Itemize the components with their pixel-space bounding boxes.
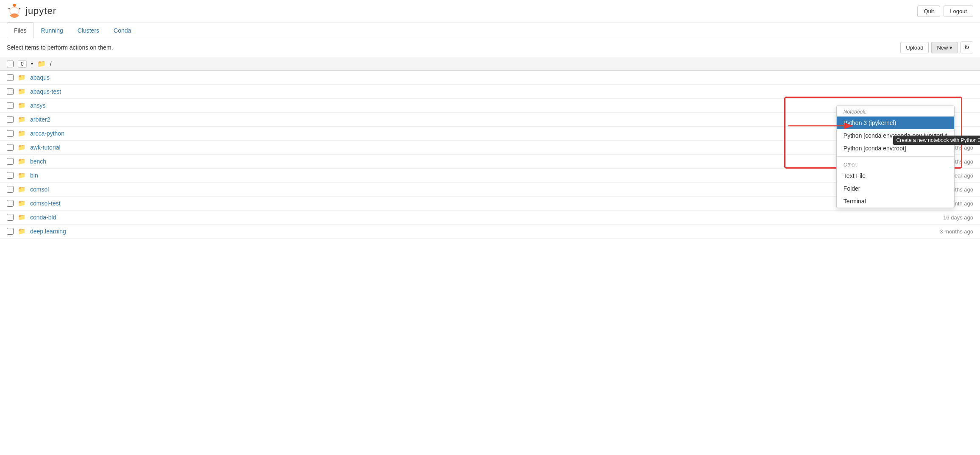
- file-checkbox[interactable]: [7, 186, 14, 193]
- new-button[interactable]: New ▾: [931, 42, 958, 53]
- tab-running[interactable]: Running: [34, 22, 70, 38]
- file-link[interactable]: deep.learning: [30, 228, 918, 235]
- file-checkbox[interactable]: [7, 144, 14, 151]
- terminal-item[interactable]: Terminal: [837, 195, 954, 208]
- file-checkbox[interactable]: [7, 200, 14, 207]
- table-row: 📁 ansys: [0, 99, 980, 113]
- file-checkbox[interactable]: [7, 116, 14, 123]
- other-section-label: Other:: [837, 158, 954, 169]
- upload-button[interactable]: Upload: [900, 42, 929, 53]
- file-link[interactable]: awk-tutorial: [30, 144, 918, 151]
- folder-icon: 📁: [18, 74, 26, 81]
- file-date: 3 months ago: [922, 228, 973, 235]
- action-buttons: Upload New ▾ ↻: [900, 42, 973, 53]
- tab-conda[interactable]: Conda: [106, 22, 138, 38]
- table-row: 📁 arcca-python: [0, 127, 980, 141]
- refresh-button[interactable]: ↻: [961, 42, 973, 53]
- table-row: 📁 awk-tutorial 3 months ago: [0, 141, 980, 155]
- file-checkbox[interactable]: [7, 228, 14, 235]
- file-link[interactable]: comsol-test: [30, 200, 918, 207]
- file-checkbox[interactable]: [7, 214, 14, 221]
- file-date: 16 days ago: [922, 214, 973, 221]
- table-row: 📁 bench 4 months ago: [0, 155, 980, 169]
- table-row: 📁 conda-bld 16 days ago: [0, 211, 980, 225]
- folder-icon: 📁: [18, 116, 26, 123]
- count-dropdown-arrow[interactable]: ▾: [31, 61, 33, 66]
- table-row: 📁 comsol-test a month ago: [0, 197, 980, 211]
- dropdown-divider: [837, 156, 954, 157]
- file-link[interactable]: bench: [30, 158, 918, 165]
- folder-icon: 📁: [18, 228, 26, 235]
- folder-icon: 📁: [18, 172, 26, 179]
- toolbar-area: Select items to perform actions on them.…: [0, 38, 980, 57]
- quit-button[interactable]: Quit: [917, 6, 940, 17]
- folder-icon: 📁: [18, 158, 26, 165]
- jupyter-logo-icon: [7, 3, 22, 19]
- file-checkbox[interactable]: [7, 102, 14, 109]
- tabs-bar: Files Running Clusters Conda: [0, 22, 980, 38]
- folder-icon: 📁: [37, 60, 46, 68]
- file-link[interactable]: conda-bld: [30, 214, 918, 221]
- file-list: 📁 abaqus 📁 abaqus-test 📁 ansys 📁 arbiter…: [0, 71, 980, 239]
- main-container: Select items to perform actions on them.…: [0, 38, 980, 239]
- file-checkbox[interactable]: [7, 130, 14, 137]
- file-link[interactable]: arbiter2: [30, 116, 918, 123]
- file-checkbox[interactable]: [7, 74, 14, 81]
- folder-icon: 📁: [18, 88, 26, 95]
- logo-text: jupyter: [25, 6, 56, 17]
- logo-area: jupyter: [7, 3, 56, 19]
- svg-point-2: [8, 8, 10, 10]
- folder-icon: 📁: [18, 214, 26, 221]
- file-link[interactable]: comsol: [30, 186, 918, 193]
- select-all-checkbox[interactable]: [7, 61, 14, 67]
- tooltip: Create a new notebook with Python 3: [893, 136, 980, 145]
- table-row: 📁 bin a year ago: [0, 169, 980, 183]
- tab-files[interactable]: Files: [7, 22, 34, 38]
- table-row: 📁 comsol 2 months ago: [0, 183, 980, 197]
- new-dropdown: Notebook: Python 3 (ipykernel) Python [c…: [836, 105, 955, 208]
- folder-icon: 📁: [18, 102, 26, 109]
- file-link[interactable]: bin: [30, 172, 918, 179]
- file-checkbox[interactable]: [7, 88, 14, 95]
- select-message: Select items to perform actions on them.: [7, 44, 113, 51]
- folder-item[interactable]: Folder: [837, 182, 954, 195]
- tab-clusters[interactable]: Clusters: [70, 22, 106, 38]
- table-row: 📁 abaqus: [0, 71, 980, 85]
- header-buttons: Quit Logout: [917, 6, 973, 17]
- file-checkbox[interactable]: [7, 158, 14, 165]
- folder-icon: 📁: [18, 186, 26, 193]
- file-link[interactable]: abaqus-test: [30, 88, 918, 95]
- folder-icon: 📁: [18, 144, 26, 151]
- logout-button[interactable]: Logout: [944, 6, 973, 17]
- table-row: 📁 deep.learning 3 months ago: [0, 225, 980, 239]
- folder-icon: 📁: [18, 130, 26, 137]
- notebook-section-label: Notebook:: [837, 105, 954, 117]
- file-link[interactable]: arcca-python: [30, 130, 918, 137]
- table-row: 📁 arbiter2: [0, 113, 980, 127]
- path-label: /: [50, 61, 52, 67]
- count-badge: 0: [18, 60, 27, 68]
- table-row: 📁 abaqus-test: [0, 85, 980, 99]
- file-link[interactable]: abaqus: [30, 74, 918, 81]
- folder-icon: 📁: [18, 200, 26, 207]
- header: jupyter Quit Logout: [0, 0, 980, 22]
- file-checkbox[interactable]: [7, 172, 14, 179]
- kernel-python3-item[interactable]: Python 3 (ipykernel): [837, 117, 954, 129]
- file-list-header: 0 ▾ 📁 /: [0, 57, 980, 71]
- file-link[interactable]: ansys: [30, 102, 918, 109]
- svg-point-0: [13, 4, 16, 7]
- text-file-item[interactable]: Text File: [837, 169, 954, 182]
- svg-point-3: [19, 8, 21, 10]
